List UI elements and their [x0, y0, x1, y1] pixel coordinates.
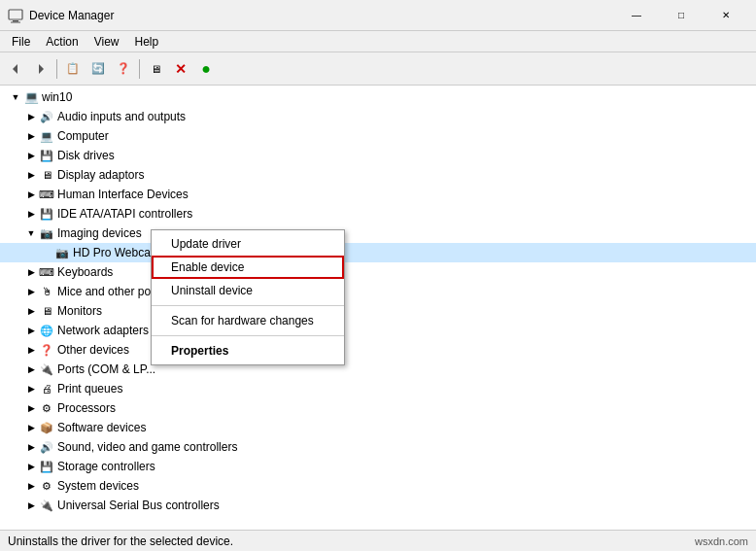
tree-display[interactable]: ▶ 🖥 Display adaptors	[0, 165, 756, 185]
system-expander[interactable]: ▶	[23, 478, 39, 494]
tree-sound[interactable]: ▶ 🔊 Sound, video and game controllers	[0, 437, 756, 457]
device-tree[interactable]: ▼ 💻 win10 ▶ 🔊 Audio inputs and outputs ▶…	[0, 86, 756, 530]
tree-hid[interactable]: ▶ ⌨ Human Interface Devices	[0, 185, 756, 204]
main-content: ▼ 💻 win10 ▶ 🔊 Audio inputs and outputs ▶…	[0, 86, 756, 530]
ports-icon: 🔌	[39, 362, 54, 377]
menu-file[interactable]: File	[4, 33, 38, 51]
software-icon: 📦	[39, 420, 54, 435]
webcam-icon: 📷	[54, 245, 70, 260]
storage-icon: 💾	[39, 459, 54, 474]
tree-network[interactable]: ▶ 🌐 Network adapters	[0, 321, 756, 340]
toolbar-display[interactable]: 🖥	[144, 57, 167, 81]
network-expander[interactable]: ▶	[23, 323, 39, 338]
tree-root[interactable]: ▼ 💻 win10	[0, 87, 756, 107]
status-bar: Uninstalls the driver for the selected d…	[0, 530, 756, 551]
usb-expander[interactable]: ▶	[23, 498, 39, 513]
ctx-sep-1	[152, 305, 344, 306]
menu-view[interactable]: View	[86, 33, 127, 51]
other-icon: ❓	[39, 342, 54, 358]
other-expander[interactable]: ▶	[23, 342, 39, 358]
keyboards-label: Keyboards	[57, 265, 113, 279]
ctx-update-driver[interactable]: Update driver	[152, 232, 344, 256]
root-expander[interactable]: ▼	[8, 89, 23, 105]
monitors-icon: 🖥	[39, 303, 54, 319]
tree-keyboards[interactable]: ▶ ⌨ Keyboards	[0, 262, 756, 282]
display-expander[interactable]: ▶	[23, 167, 39, 183]
app-icon	[8, 8, 23, 23]
storage-label: Storage controllers	[57, 460, 155, 473]
monitors-expander[interactable]: ▶	[23, 303, 39, 319]
ide-icon: 💾	[39, 206, 54, 222]
tree-ports[interactable]: ▶ 🔌 Ports (COM & LP...	[0, 360, 756, 379]
tree-imaging[interactable]: ▼ 📷 Imaging devices	[0, 224, 756, 243]
tree-ide[interactable]: ▶ 💾 IDE ATA/ATAPI controllers	[0, 204, 756, 224]
status-branding: wsxdn.com	[695, 535, 748, 547]
menu-action[interactable]: Action	[38, 33, 86, 51]
tree-audio[interactable]: ▶ 🔊 Audio inputs and outputs	[0, 107, 756, 126]
ports-expander[interactable]: ▶	[23, 362, 39, 377]
toolbar-forward[interactable]	[29, 57, 52, 81]
toolbar-help[interactable]: ❓	[112, 57, 135, 81]
computer-expander[interactable]: ▶	[23, 128, 39, 144]
ctx-uninstall-device[interactable]: Uninstall device	[152, 279, 344, 302]
svg-marker-4	[39, 64, 44, 74]
computer-label: Computer	[57, 129, 109, 143]
imaging-expander[interactable]: ▼	[23, 225, 39, 241]
tree-usb[interactable]: ▶ 🔌 Universal Serial Bus controllers	[0, 496, 756, 515]
ide-label: IDE ATA/ATAPI controllers	[57, 207, 192, 221]
usb-label: Universal Serial Bus controllers	[57, 499, 220, 512]
imaging-label: Imaging devices	[57, 226, 142, 240]
processors-expander[interactable]: ▶	[23, 400, 39, 416]
tree-webcam[interactable]: 📷 HD Pro Webca...	[0, 243, 756, 262]
print-icon: 🖨	[39, 381, 54, 396]
audio-icon: 🔊	[39, 109, 54, 124]
mice-expander[interactable]: ▶	[23, 284, 39, 299]
tree-other[interactable]: ▶ ❓ Other devices	[0, 340, 756, 360]
sound-icon: 🔊	[39, 439, 54, 455]
toolbar-properties[interactable]: 📋	[61, 57, 85, 81]
system-label: System devices	[57, 479, 139, 493]
tree-mice[interactable]: ▶ 🖱 Mice and other po...	[0, 282, 756, 301]
minimize-button[interactable]: —	[614, 0, 659, 31]
tree-software[interactable]: ▶ 📦 Software devices	[0, 418, 756, 437]
toolbar: 📋 🔄 ❓ 🖥 ✕ ●	[0, 52, 756, 86]
ide-expander[interactable]: ▶	[23, 206, 39, 222]
monitors-label: Monitors	[57, 304, 102, 318]
tree-print[interactable]: ▶ 🖨 Print queues	[0, 379, 756, 398]
audio-expander[interactable]: ▶	[23, 109, 39, 124]
toolbar-back[interactable]	[4, 57, 27, 81]
storage-expander[interactable]: ▶	[23, 459, 39, 474]
software-expander[interactable]: ▶	[23, 420, 39, 435]
tree-monitors[interactable]: ▶ 🖥 Monitors	[0, 301, 756, 321]
keyboards-expander[interactable]: ▶	[23, 264, 39, 280]
close-button[interactable]: ✕	[704, 0, 748, 31]
tree-computer[interactable]: ▶ 💻 Computer	[0, 126, 756, 146]
toolbar-update[interactable]: 🔄	[86, 57, 110, 81]
processors-label: Processors	[57, 401, 116, 415]
mice-icon: 🖱	[39, 284, 54, 299]
tree-disk[interactable]: ▶ 💾 Disk drives	[0, 146, 756, 165]
network-label: Network adapters	[57, 324, 149, 337]
menu-help[interactable]: Help	[127, 33, 167, 51]
ctx-enable-device[interactable]: Enable device	[152, 256, 344, 279]
sound-label: Sound, video and game controllers	[57, 440, 237, 454]
mice-label: Mice and other po...	[57, 285, 160, 298]
toolbar-add[interactable]: ●	[194, 57, 218, 81]
hid-expander[interactable]: ▶	[23, 187, 39, 202]
display-icon: 🖥	[39, 167, 54, 183]
print-expander[interactable]: ▶	[23, 381, 39, 396]
display-label: Display adaptors	[57, 168, 144, 182]
tree-storage[interactable]: ▶ 💾 Storage controllers	[0, 457, 756, 476]
svg-marker-3	[13, 64, 17, 74]
tree-system[interactable]: ▶ ⚙ System devices	[0, 476, 756, 496]
disk-expander[interactable]: ▶	[23, 148, 39, 163]
ctx-properties[interactable]: Properties	[152, 339, 344, 362]
toolbar-remove[interactable]: ✕	[169, 57, 192, 81]
ctx-scan-hardware[interactable]: Scan for hardware changes	[152, 309, 344, 332]
svg-rect-2	[11, 21, 20, 22]
network-icon: 🌐	[39, 323, 54, 338]
sound-expander[interactable]: ▶	[23, 439, 39, 455]
title-bar-text: Device Manager	[29, 9, 614, 22]
tree-processors[interactable]: ▶ ⚙ Processors	[0, 398, 756, 418]
maximize-button[interactable]: □	[659, 0, 704, 31]
